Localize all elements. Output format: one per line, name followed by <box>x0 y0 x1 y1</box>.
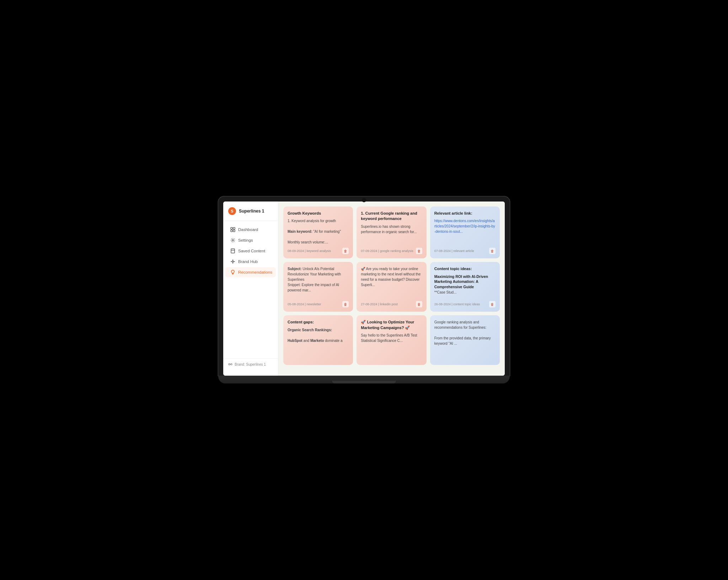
card-4-delete-button[interactable]: 🗑 <box>342 301 349 307</box>
sidebar-nav: Dashboard Settings <box>223 225 278 358</box>
card-1-content: Growth Keywords 1. Keyword analysis for … <box>288 211 349 245</box>
svg-rect-0 <box>231 227 232 229</box>
svg-point-4 <box>232 240 234 241</box>
logo-text: Superlines 1 <box>239 209 264 214</box>
sidebar-logo: S Superlines 1 <box>223 207 278 221</box>
card-1-text: 1. Keyword analysis for growth Main keyw… <box>288 218 349 245</box>
card-2-meta: 07-09-2024 | google ranking analysis <box>361 249 413 253</box>
card-2-title: 1. Current Google ranking and keyword pe… <box>361 211 422 222</box>
svg-point-11 <box>229 364 230 365</box>
sidebar-item-brand-hub[interactable]: Brand Hub <box>225 257 276 267</box>
svg-rect-5 <box>231 249 235 253</box>
card-6-footer: 26-08-2024 | content topic ideas 🗑 <box>434 301 496 307</box>
brand-label: Brand: Superlines 1 <box>235 362 266 366</box>
card-2-delete-button[interactable]: 🗑 <box>416 248 422 254</box>
card-6-content: Content topic ideas: Maximizing ROI with… <box>434 266 496 298</box>
sidebar-item-recommendations[interactable]: Recommendations <box>225 267 276 277</box>
card-5-footer: 27-08-2024 | linkedin post 🗑 <box>361 301 422 307</box>
brand-link-icon <box>228 362 232 366</box>
card-6-meta: 26-08-2024 | content topic ideas <box>434 302 480 306</box>
card-8-text: Say hello to the Superlines A/B Test Sta… <box>361 333 422 343</box>
dashboard-label: Dashboard <box>238 227 258 232</box>
laptop-base <box>218 376 510 383</box>
card-5-text: 🚀 Are you ready to take your online mark… <box>361 266 422 288</box>
card-google-ranking-recs: Google ranking analysis and recommendati… <box>430 315 500 365</box>
card-2-text: Superlines.io has shown strong performan… <box>361 224 422 235</box>
svg-point-6 <box>232 261 234 262</box>
card-5-delete-button[interactable]: 🗑 <box>416 301 422 307</box>
card-7-title: Content gaps: <box>288 319 349 325</box>
lightbulb-icon <box>230 270 235 275</box>
svg-rect-2 <box>231 230 232 232</box>
card-7-content: Content gaps: Organic Search Rankings: H… <box>288 319 349 361</box>
card-content-topic-ideas: Content topic ideas: Maximizing ROI with… <box>430 262 500 312</box>
card-newsletter: Subject: Unlock AIs Potential Revolution… <box>283 262 353 312</box>
camera-notch <box>362 198 366 202</box>
card-content-gaps: Content gaps: Organic Search Rankings: H… <box>283 315 353 365</box>
card-linkedin-post: 🚀 Are you ready to take your online mark… <box>357 262 426 312</box>
card-2-footer: 07-09-2024 | google ranking analysis 🗑 <box>361 248 422 254</box>
card-3-link: https://www.dentons.com/en/insights/arti… <box>434 218 496 234</box>
card-3-delete-button[interactable]: 🗑 <box>489 248 496 254</box>
card-3-title: Relevant article link: <box>434 211 496 216</box>
card-4-text: Subject: Unlock AIs Potential Revolution… <box>288 266 349 293</box>
card-optimize-campaigns: 🚀 Looking to Optimize Your Marketing Cam… <box>357 315 426 365</box>
card-6-delete-button[interactable]: 🗑 <box>489 301 496 307</box>
card-2-content: 1. Current Google ranking and keyword pe… <box>361 211 422 245</box>
card-3-meta: 07-08-2024 | relevant article <box>434 249 474 253</box>
bookmark-icon <box>230 248 235 253</box>
laptop-screen: S Superlines 1 <box>223 202 505 376</box>
logo-icon: S <box>228 207 236 215</box>
card-8-content: 🚀 Looking to Optimize Your Marketing Cam… <box>361 319 422 361</box>
card-6-title: Content topic ideas: <box>434 266 496 272</box>
laptop-container: S Superlines 1 <box>218 197 510 383</box>
sidebar-bottom: Brand: Superlines 1 <box>223 358 278 370</box>
card-1-meta: 08-09-2024 | keyword analysis <box>288 249 331 253</box>
card-google-ranking: 1. Current Google ranking and keyword pe… <box>357 206 426 258</box>
card-1-footer: 08-09-2024 | keyword analysis 🗑 <box>288 248 349 254</box>
sidebar-item-dashboard[interactable]: Dashboard <box>225 225 276 235</box>
settings-label: Settings <box>238 238 253 242</box>
svg-rect-3 <box>233 230 235 232</box>
card-growth-keywords: Growth Keywords 1. Keyword analysis for … <box>283 206 353 258</box>
hub-icon <box>230 259 235 264</box>
card-relevant-article: Relevant article link: https://www.dento… <box>430 206 500 258</box>
brand-hub-label: Brand Hub <box>238 259 258 264</box>
card-6-bold-title: Maximizing ROI with AI-Driven Marketing … <box>434 274 496 290</box>
card-3-content: Relevant article link: https://www.dento… <box>434 211 496 245</box>
gear-icon <box>230 238 235 243</box>
main-content: Growth Keywords 1. Keyword analysis for … <box>278 202 505 376</box>
screen-bezel: S Superlines 1 <box>218 197 510 376</box>
card-3-footer: 07-08-2024 | relevant article 🗑 <box>434 248 496 254</box>
sidebar: S Superlines 1 <box>223 202 278 376</box>
card-6-text: **Case Stud... <box>434 290 496 295</box>
card-9-content: Google ranking analysis and recommendati… <box>434 319 496 361</box>
card-4-footer: 05-08-2024 | newsletter 🗑 <box>288 301 349 307</box>
card-4-content: Subject: Unlock AIs Potential Revolution… <box>288 266 349 298</box>
recommendations-label: Recommendations <box>238 270 272 274</box>
grid-icon <box>230 227 235 232</box>
svg-point-12 <box>231 364 232 365</box>
card-8-title: 🚀 Looking to Optimize Your Marketing Cam… <box>361 319 422 331</box>
card-1-delete-button[interactable]: 🗑 <box>342 248 349 254</box>
card-5-content: 🚀 Are you ready to take your online mark… <box>361 266 422 298</box>
card-4-meta: 05-08-2024 | newsletter <box>288 302 321 306</box>
saved-content-label: Saved Content <box>238 249 265 253</box>
cards-grid: Growth Keywords 1. Keyword analysis for … <box>283 206 500 365</box>
svg-rect-1 <box>233 227 235 229</box>
card-7-text: Organic Search Rankings: HubSpot and Mar… <box>288 327 349 343</box>
card-1-title: Growth Keywords <box>288 211 349 216</box>
sidebar-item-settings[interactable]: Settings <box>225 235 276 245</box>
card-5-meta: 27-08-2024 | linkedin post <box>361 302 397 306</box>
card-9-text: Google ranking analysis and recommendati… <box>434 319 496 346</box>
sidebar-item-saved-content[interactable]: Saved Content <box>225 246 276 256</box>
